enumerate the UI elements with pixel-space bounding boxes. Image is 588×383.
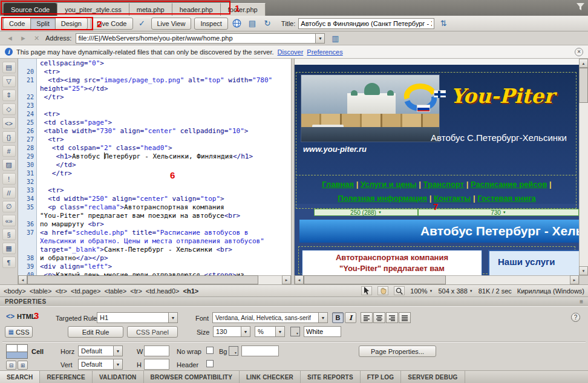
related-file-tab[interactable]: meta.php bbox=[129, 3, 172, 16]
code-editor[interactable]: cellspacing="0">20 <tr>21 <td><img src="… bbox=[18, 59, 291, 275]
select-parent-tag-icon[interactable]: <> bbox=[2, 117, 16, 129]
split-view-button[interactable]: Split bbox=[30, 18, 54, 30]
chevron-down-icon[interactable]: ▼ bbox=[275, 327, 284, 336]
results-tab[interactable]: VALIDATION bbox=[93, 371, 144, 383]
edit-rule-button[interactable]: Edit Rule bbox=[68, 326, 123, 338]
forward-icon[interactable]: ► bbox=[19, 34, 28, 43]
code-line[interactable]: 24 <tr> bbox=[18, 110, 291, 119]
code-line[interactable]: Хельсинки и обратно. Цены и места отправ… bbox=[18, 237, 291, 246]
design-view-pane[interactable]: You-Piter Автобус С.Петербург-Хельсинки … bbox=[295, 59, 579, 275]
page-properties-button[interactable]: Page Properties... bbox=[359, 345, 436, 357]
code-line[interactable]: "You-Piter" предлагает вам поездки на ав… bbox=[18, 212, 291, 220]
zoom-level-select[interactable]: 100% ▼ bbox=[410, 286, 433, 296]
help-icon[interactable]: ? bbox=[571, 313, 580, 322]
results-tab[interactable]: SEARCH bbox=[0, 371, 40, 383]
font-select[interactable]: Verdana, Arial, Helvetica, sans-serif ▼ bbox=[212, 312, 328, 323]
recent-snippets-icon[interactable]: § bbox=[2, 229, 16, 240]
code-line[interactable]: 39<div align="left"> bbox=[18, 263, 291, 271]
browse-file-icon[interactable]: ▥ bbox=[329, 32, 341, 44]
preferences-link[interactable]: Preferences bbox=[307, 48, 342, 56]
nav-link[interactable]: Услуги и цены bbox=[361, 180, 417, 189]
scroll-right-icon[interactable]: ► bbox=[570, 275, 579, 284]
services-heading-box[interactable]: Наши услуги bbox=[488, 250, 579, 275]
check-browser-compatibility-icon[interactable]: ✓ bbox=[136, 18, 148, 30]
tag-selector-item[interactable]: <body> bbox=[4, 287, 26, 295]
css-panel-button[interactable]: CSS Panel bbox=[127, 326, 178, 338]
column-width-indicator[interactable]: 250 (288) ▼ bbox=[314, 209, 418, 216]
scroll-right-icon[interactable]: ► bbox=[282, 275, 291, 284]
tag-selector-item[interactable]: <table> bbox=[30, 287, 52, 295]
cell-width-input[interactable] bbox=[144, 345, 169, 356]
code-line[interactable]: 30 </td> bbox=[18, 161, 291, 169]
code-line[interactable]: 21 <td><img src="images/page_top.png" al… bbox=[18, 76, 291, 85]
select-tool-icon[interactable] bbox=[361, 286, 372, 295]
column-menu-icon[interactable]: ▼ bbox=[378, 211, 382, 214]
close-info-bar-icon[interactable]: ✕ bbox=[575, 48, 583, 56]
header-checkbox[interactable] bbox=[206, 360, 214, 367]
stop-icon[interactable]: ✕ bbox=[32, 34, 41, 43]
address-combobox[interactable]: ▼ bbox=[76, 33, 325, 44]
zoom-tool-icon[interactable] bbox=[394, 286, 405, 295]
page-heading[interactable]: Автобус Петербург - Хельсинки bbox=[420, 224, 579, 238]
open-documents-icon[interactable]: ▤ bbox=[2, 62, 16, 73]
align-center-icon[interactable] bbox=[373, 312, 385, 323]
code-line[interactable]: 36по маршруту <br> bbox=[18, 220, 291, 229]
scroll-left-icon[interactable]: ◄ bbox=[295, 275, 304, 284]
design-horizontal-scrollbar[interactable]: ◄ ► bbox=[295, 275, 579, 284]
nav-link[interactable]: Расписание рейсов bbox=[471, 180, 547, 189]
design-vertical-scrollbar[interactable]: ▲ ▼ bbox=[579, 59, 588, 275]
align-right-icon[interactable] bbox=[386, 312, 398, 323]
scroll-down-icon[interactable]: ▼ bbox=[579, 266, 588, 275]
bg-color-swatch[interactable]: ▼ bbox=[229, 346, 238, 356]
address-input[interactable] bbox=[76, 34, 315, 43]
results-tab[interactable]: BROWSER COMPATIBILITY bbox=[144, 371, 240, 383]
vert-align-select[interactable]: Default ▼ bbox=[78, 359, 123, 370]
italic-button[interactable]: I bbox=[345, 312, 356, 323]
live-view-button[interactable]: Live View bbox=[151, 18, 192, 30]
code-view-button[interactable]: Code bbox=[3, 18, 30, 30]
chevron-down-icon[interactable]: ▼ bbox=[168, 313, 177, 322]
move-or-convert-css-icon[interactable]: ▦ bbox=[2, 243, 16, 254]
chevron-down-icon[interactable]: ▼ bbox=[318, 313, 327, 322]
code-line[interactable]: 23 bbox=[18, 102, 291, 110]
table-width-indicator[interactable]: 730 ▼ bbox=[418, 209, 579, 216]
document-title-input[interactable] bbox=[298, 18, 434, 29]
remove-comment-icon[interactable]: ∅ bbox=[2, 201, 16, 212]
scroll-left-icon[interactable]: ◄ bbox=[18, 275, 27, 284]
size-select[interactable]: 130 ▼ bbox=[213, 326, 250, 337]
code-line[interactable]: target="_blank">Санкт-Петербург - Хельси… bbox=[18, 246, 291, 254]
design-view-button[interactable]: Design bbox=[55, 18, 88, 30]
format-source-code-icon[interactable]: ¶ bbox=[2, 257, 16, 268]
window-size-select[interactable]: 504 x 388 ▼ bbox=[438, 286, 472, 296]
related-file-tab[interactable]: you_piter_style.css bbox=[57, 3, 129, 16]
results-tab[interactable]: REFERENCE bbox=[40, 371, 92, 383]
code-line[interactable]: height="25"></td> bbox=[18, 85, 291, 93]
table-menu-icon[interactable]: ▼ bbox=[503, 211, 506, 214]
results-tab[interactable]: LINK CHECKER bbox=[240, 371, 301, 383]
back-icon[interactable]: ◄ bbox=[5, 34, 15, 43]
bg-color-input[interactable] bbox=[241, 345, 279, 356]
code-line[interactable]: 22 </tr> bbox=[18, 93, 291, 102]
preview-in-browser-icon[interactable] bbox=[231, 18, 243, 30]
promo-text-box[interactable]: Автотранспортная компания "You-Piter" пр… bbox=[302, 250, 482, 275]
chevron-down-icon[interactable]: ▼ bbox=[113, 359, 122, 369]
hand-tool-icon[interactable] bbox=[377, 286, 388, 295]
code-line[interactable]: 26 <table width="730" align="center" cel… bbox=[18, 127, 291, 136]
no-wrap-checkbox[interactable] bbox=[206, 347, 214, 354]
html-mode-button[interactable]: <> HTML bbox=[6, 312, 36, 321]
cell-height-input[interactable] bbox=[144, 359, 169, 370]
code-line[interactable]: 40 <p>Каждый день многие люди отправляют… bbox=[18, 271, 291, 275]
code-line[interactable]: 37<a href="schedule.php" title="Расписан… bbox=[18, 229, 291, 237]
code-line[interactable]: 32 bbox=[18, 178, 291, 186]
merge-cells-icon[interactable]: ⊟ bbox=[6, 361, 16, 370]
highlight-invalid-code-icon[interactable]: ▨ bbox=[2, 159, 16, 171]
code-line[interactable]: 25 <td class="page"> bbox=[18, 119, 291, 127]
scroll-up-icon[interactable]: ▲ bbox=[579, 59, 588, 68]
collapse-full-tag-icon[interactable]: ▽ bbox=[2, 76, 16, 87]
code-line[interactable]: 31 </tr> bbox=[18, 169, 291, 178]
size-unit-select[interactable]: % ▼ bbox=[255, 326, 285, 337]
tag-selector-item[interactable]: <td.head0> bbox=[146, 287, 180, 295]
horz-align-select[interactable]: Default ▼ bbox=[78, 345, 123, 356]
code-line[interactable]: cellspacing="0"> bbox=[18, 59, 291, 68]
results-tab[interactable]: SITE REPORTS bbox=[301, 371, 361, 383]
